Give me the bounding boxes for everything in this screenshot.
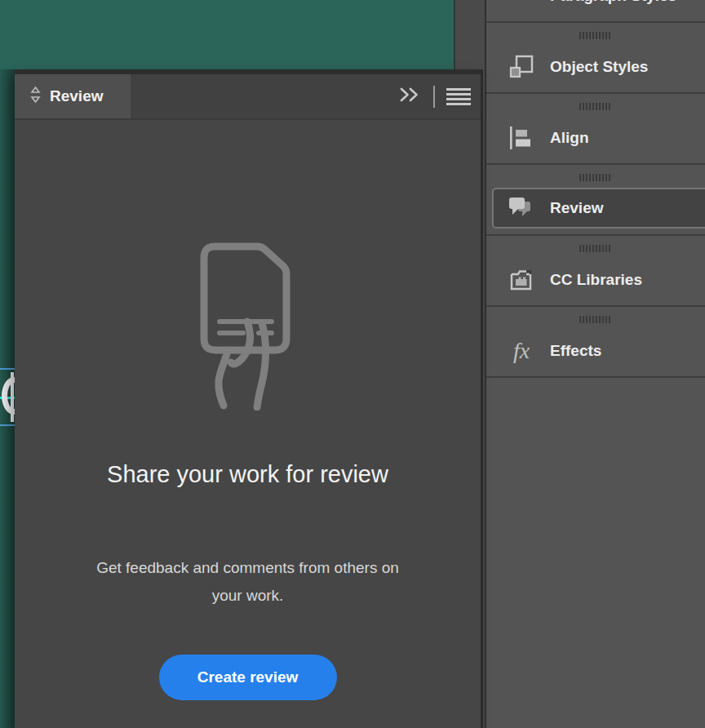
collapse-diamond-icon bbox=[29, 85, 42, 108]
ruler-guide-line[interactable] bbox=[0, 424, 15, 426]
fx-icon: fx bbox=[506, 340, 537, 362]
dock-drag-grip[interactable] bbox=[486, 165, 705, 184]
dock-item-align[interactable]: Align bbox=[486, 94, 705, 163]
cc-libraries-icon bbox=[506, 268, 537, 292]
panel-heading: Share your work for review bbox=[101, 452, 395, 496]
hand-holding-document-icon bbox=[198, 242, 298, 414]
dock-drag-grip[interactable] bbox=[486, 94, 705, 113]
tab-label: Review bbox=[50, 87, 103, 105]
align-icon bbox=[506, 126, 537, 150]
dock-item-label: Paragraph Styles bbox=[550, 0, 676, 5]
paragraph-styles-icon bbox=[506, 0, 537, 8]
create-review-button[interactable]: Create review bbox=[159, 655, 337, 700]
dock-item-label: Review bbox=[550, 199, 603, 217]
dock-drag-grip[interactable] bbox=[486, 23, 705, 42]
dock-separator bbox=[486, 376, 705, 378]
panel-tab-bar: Review bbox=[15, 74, 481, 120]
panel-subtext: Get feedback and comments from others on… bbox=[85, 554, 411, 610]
dock-item-label: CC Libraries bbox=[550, 271, 642, 289]
review-panel: Review Share y bbox=[15, 69, 483, 728]
panel-dock: Paragraph Styles Object Styles bbox=[485, 0, 705, 728]
dock-drag-grip[interactable] bbox=[486, 236, 705, 255]
review-panel-body: Share your work for review Get feedback … bbox=[15, 120, 481, 728]
tabbar-divider bbox=[433, 86, 435, 108]
ruler-guide-line[interactable] bbox=[0, 368, 15, 370]
dock-item-label: Align bbox=[550, 129, 589, 147]
object-styles-icon bbox=[506, 54, 537, 80]
review-bubbles-icon bbox=[506, 196, 537, 220]
panel-menu-icon[interactable] bbox=[446, 88, 471, 105]
dock-item-effects[interactable]: fx Effects bbox=[486, 307, 705, 376]
double-chevron-icon[interactable] bbox=[397, 86, 422, 107]
dock-item-review[interactable]: Review bbox=[486, 165, 705, 234]
tab-review[interactable]: Review bbox=[15, 74, 131, 118]
dock-item-paragraph-styles[interactable]: Paragraph Styles bbox=[486, 0, 705, 21]
dock-item-cc-libraries[interactable]: CC Libraries bbox=[486, 236, 705, 305]
dock-item-object-styles[interactable]: Object Styles bbox=[486, 23, 705, 92]
canvas-text-glyph-fragment bbox=[11, 372, 14, 422]
dock-drag-grip[interactable] bbox=[486, 307, 705, 326]
dock-item-label: Object Styles bbox=[550, 58, 648, 76]
dock-item-label: Effects bbox=[550, 342, 601, 360]
selected-dock-item-highlight[interactable]: Review bbox=[492, 188, 705, 229]
